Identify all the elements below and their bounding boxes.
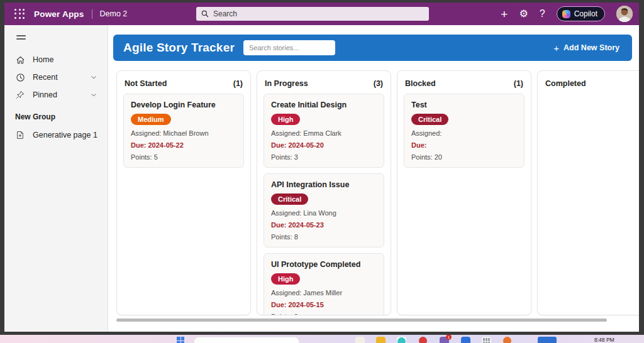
column-header: Blocked (1) xyxy=(397,71,531,94)
card-title: API Integration Issue xyxy=(271,180,377,189)
card-due: Due: xyxy=(411,141,517,149)
sidebar-item-recent[interactable]: Recent xyxy=(4,68,108,86)
column-count: (1) xyxy=(514,79,523,88)
card-list: Develop Login Feature Medium Assigned: M… xyxy=(117,94,250,168)
story-card[interactable]: Create Initial Design High Assigned: Emm… xyxy=(264,94,384,168)
card-due: Due: 2024-05-15 xyxy=(271,301,377,308)
card-list: Create Initial Design High Assigned: Emm… xyxy=(257,94,391,315)
sidebar-item-label: Recent xyxy=(33,73,81,82)
sidebar-item-generative-page[interactable]: Generative page 1 xyxy=(4,126,108,144)
column-header: In Progress (3) xyxy=(257,71,391,94)
sidebar-item-pinned[interactable]: Pinned xyxy=(4,86,108,104)
help-icon[interactable]: ? xyxy=(540,9,545,19)
waffle-icon[interactable] xyxy=(14,9,25,19)
column-header: Not Started (1) xyxy=(117,71,250,94)
notification-app-icon[interactable]: 1 xyxy=(440,337,449,343)
column-count: (3) xyxy=(374,79,383,88)
global-search-input[interactable] xyxy=(213,9,424,18)
column-name: Blocked xyxy=(405,79,436,88)
card-assigned: Assigned: Michael Brown xyxy=(131,129,236,137)
chevron-down-icon[interactable] xyxy=(89,91,99,99)
column-completed: Completed xyxy=(537,70,639,315)
card-assigned: Assigned: James Miller xyxy=(271,289,377,297)
sidebar-item-label: Pinned xyxy=(33,90,81,99)
priority-badge: High xyxy=(271,114,300,125)
card-assigned: Assigned: Lina Wong xyxy=(271,209,377,217)
avatar[interactable] xyxy=(616,6,633,22)
copilot-logo-icon xyxy=(562,10,570,18)
avatar-image xyxy=(616,6,633,22)
story-card[interactable]: Test Critical Assigned: Due: Points: 20 xyxy=(404,94,525,168)
card-points: Points: 20 xyxy=(411,153,517,161)
clock-icon xyxy=(15,73,25,82)
priority-badge: High xyxy=(271,273,300,285)
edge-icon[interactable] xyxy=(397,337,406,343)
global-search[interactable] xyxy=(196,7,429,21)
file-explorer-icon[interactable] xyxy=(355,337,365,343)
column-header: Completed xyxy=(538,71,639,94)
desktop: Power Apps Demo 2 + ⚙ ? Copilot xyxy=(0,0,644,343)
story-card[interactable]: API Integration Issue Critical Assigned:… xyxy=(264,173,384,248)
card-points: Points: 3 xyxy=(271,153,377,161)
sidebar-item-home[interactable]: Home xyxy=(4,51,108,68)
red-app-icon[interactable] xyxy=(419,337,427,343)
priority-badge: Critical xyxy=(271,193,308,205)
column-name: In Progress xyxy=(265,79,308,88)
gear-icon[interactable]: ⚙ xyxy=(519,9,528,19)
column-not-started: Not Started (1) Develop Login Feature Me… xyxy=(116,70,251,315)
plus-icon: + xyxy=(553,43,559,53)
page-icon xyxy=(15,131,25,139)
folder-icon[interactable] xyxy=(376,337,386,343)
app-name[interactable]: Power Apps xyxy=(34,9,84,19)
card-due: Due: 2024-05-20 xyxy=(271,141,377,149)
add-new-story-button[interactable]: + Add New Story xyxy=(551,39,622,57)
new-item-icon[interactable]: + xyxy=(501,8,508,20)
topbar-actions: + ⚙ ? Copilot xyxy=(501,3,633,25)
column-count: (1) xyxy=(233,79,243,88)
topbar: Power Apps Demo 2 + ⚙ ? Copilot xyxy=(4,3,639,25)
card-assigned: Assigned: xyxy=(411,129,517,137)
search-icon xyxy=(201,10,209,18)
priority-badge: Medium xyxy=(131,114,171,125)
app-banner: Agile Story Tracker + Add New Story xyxy=(113,35,632,61)
windows-taskbar: 1 8:48 PM xyxy=(0,335,644,343)
horizontal-scrollbar[interactable] xyxy=(116,318,607,322)
card-due: Due: 2024-05-23 xyxy=(271,221,377,229)
main-content: Agile Story Tracker + Add New Story Not … xyxy=(108,25,639,332)
taskbar-clock[interactable]: 8:48 PM xyxy=(594,337,614,343)
windows-start-icon[interactable] xyxy=(177,337,184,343)
pin-icon xyxy=(15,90,25,99)
home-icon xyxy=(15,55,25,65)
column-name: Not Started xyxy=(125,79,167,88)
card-points: Points: 8 xyxy=(271,233,377,241)
card-list: Test Critical Assigned: Due: Points: 20 xyxy=(397,94,531,168)
divider xyxy=(92,9,92,19)
notification-badge: 1 xyxy=(446,335,452,340)
kanban-board: Not Started (1) Develop Login Feature Me… xyxy=(116,70,639,315)
card-points: Points: 5 xyxy=(131,153,236,161)
add-new-story-label: Add New Story xyxy=(564,43,619,52)
column-name: Completed xyxy=(545,79,586,88)
pinned-blue-app-icon[interactable] xyxy=(538,337,557,343)
card-assigned: Assigned: Emma Clark xyxy=(271,129,377,137)
grid-app-icon[interactable] xyxy=(482,337,491,343)
story-search-input[interactable] xyxy=(243,40,335,55)
chevron-down-icon[interactable] xyxy=(89,74,99,81)
card-points: Points: 2 xyxy=(271,313,377,315)
taskbar-search-box[interactable] xyxy=(194,337,299,343)
sidebar: Home Recent Pinned xyxy=(4,25,108,332)
hamburger-icon[interactable] xyxy=(16,35,26,40)
card-title: UI Prototype Completed xyxy=(271,260,377,269)
environment-name[interactable]: Demo 2 xyxy=(100,9,128,18)
copilot-button[interactable]: Copilot xyxy=(557,6,605,21)
story-card[interactable]: Develop Login Feature Medium Assigned: M… xyxy=(123,94,244,168)
sidebar-group-label: New Group xyxy=(4,104,108,126)
blue-app-icon[interactable] xyxy=(461,337,470,343)
page-title: Agile Story Tracker xyxy=(123,41,235,55)
card-title: Create Initial Design xyxy=(271,101,377,109)
orange-app-icon[interactable] xyxy=(503,337,511,343)
card-title: Develop Login Feature xyxy=(131,101,236,109)
window-body: Home Recent Pinned xyxy=(4,25,639,332)
story-card[interactable]: UI Prototype Completed High Assigned: Ja… xyxy=(264,253,384,315)
card-due: Due: 2024-05-22 xyxy=(131,141,236,149)
